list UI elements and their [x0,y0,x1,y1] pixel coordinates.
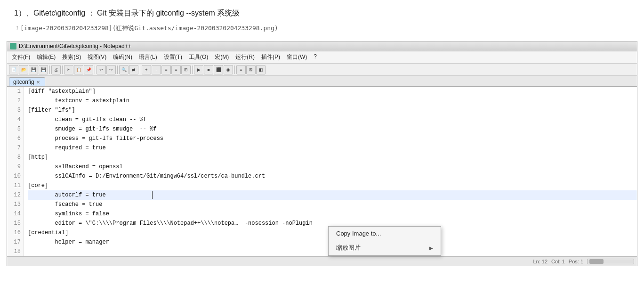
line-number-16: 16 [10,228,21,237]
line-number-1: 1 [10,87,21,96]
horizontal-scrollbar[interactable] [587,259,634,264]
toolbar-b3[interactable]: ⊞ [181,65,191,74]
code-line-10[interactable]: sslCAInfo = D:/Environment/Git/mingw64/s… [28,172,637,181]
npp-toolbar: 📄 📂 💾 💾 🖨 ✂ 📋 📌 ↩ ↪ 🔍 ⇄ + - ≡ ≡ ⊞ ▶ ■ ⬛ … [7,64,637,76]
toolbar-cut[interactable]: ✂ [64,65,73,74]
menu-macro[interactable]: 宏(M) [212,52,232,62]
line-number-17: 17 [10,237,21,247]
toolbar-copy[interactable]: 📋 [74,65,83,74]
toolbar-b9[interactable]: ⊠ [246,65,256,74]
toolbar-sep1 [49,65,50,74]
window-title: D:\Environment\Git\etc\gitconfig - Notep… [19,43,131,49]
menu-lang[interactable]: 语言(L) [136,52,160,62]
code-line-12[interactable]: autocrlf = true [28,190,637,200]
toolbar-sep2 [62,65,63,74]
line-number-13: 13 [10,200,21,209]
code-line-1[interactable]: [diff "astextplain"] [28,87,637,96]
line-number-3: 3 [10,106,21,115]
toolbar-redo[interactable]: ↪ [106,65,116,74]
line-number-5: 5 [10,124,21,134]
line-number-15: 15 [10,219,21,228]
line-number-12: 12 [10,190,21,200]
line-number-7: 7 [10,143,21,153]
toolbar-open[interactable]: 📂 [19,65,28,74]
menu-search[interactable]: 搜索(S) [59,52,84,62]
code-line-6[interactable]: process = git-lfs filter-process [28,134,637,143]
menu-plugin[interactable]: 插件(P) [258,52,283,62]
context-menu: Copy Image to... 缩放图片 ▶ [328,226,441,256]
line-number-14: 14 [10,209,21,219]
code-line-2[interactable]: textconv = astextplain [28,96,637,106]
menu-encode[interactable]: 编码(N) [110,52,135,62]
menu-settings[interactable]: 设置(T) [161,52,185,62]
toolbar-sep3 [95,65,95,74]
toolbar-save[interactable]: 💾 [29,65,38,74]
menu-help[interactable]: ? [311,52,320,62]
menu-run[interactable]: 运行(R) [233,52,258,62]
toolbar-print[interactable]: 🖨 [51,65,61,74]
context-menu-copy-image[interactable]: Copy Image to... [329,227,441,240]
menu-edit[interactable]: 编辑(E) [34,52,58,62]
line-number-6: 6 [10,134,21,143]
toolbar-find[interactable]: 🔍 [119,65,129,74]
toolbar-b4[interactable]: ▶ [194,65,203,74]
code-line-11[interactable]: [core] [28,181,637,190]
toolbar-b1[interactable]: ≡ [161,65,171,74]
toolbar-sep5 [140,65,140,74]
toolbar-zoomout[interactable]: - [152,65,161,74]
code-line-5[interactable]: smudge = git-lfs smudge -- %f [28,124,637,134]
tab-gitconfig[interactable]: gitconfig ✕ [9,77,45,86]
toolbar-b7[interactable]: ◉ [224,65,233,74]
app-icon [10,43,16,49]
toolbar-new[interactable]: 📄 [9,65,18,74]
npp-statusbar: Ln: 12 Col: 1 Pos: 1 [7,256,637,266]
submenu-arrow-icon: ▶ [429,245,433,251]
code-line-7[interactable]: required = true [28,143,637,153]
toolbar-saveall[interactable]: 💾 [39,65,48,74]
toolbar-undo[interactable]: ↩ [97,65,106,74]
toolbar-sep6 [192,65,193,74]
code-line-9[interactable]: sslBackend = openssl [28,162,637,172]
tab-gitconfig-label: gitconfig [13,79,34,85]
menu-window[interactable]: 窗口(W) [284,52,310,62]
code-line-3[interactable]: [filter "lfs"] [28,106,637,115]
status-line: Ln: 12 [533,259,547,264]
code-line-4[interactable]: clean = git-lfs clean -- %f [28,115,637,124]
line-number-8: 8 [10,153,21,162]
toolbar-sep4 [117,65,118,74]
line-number-4: 4 [10,115,21,124]
doc-line2: ！[image-20200320204233298](狂神说Git.assets… [14,24,630,33]
line-number-2: 2 [10,96,21,106]
line-number-11: 11 [10,181,21,190]
toolbar-b10[interactable]: ◧ [256,65,266,74]
toolbar-b6[interactable]: ⬛ [214,65,223,74]
npp-window: D:\Environment\Git\etc\gitconfig - Notep… [7,41,637,266]
menu-tools[interactable]: 工具(O) [186,52,211,62]
code-line-14[interactable]: symlinks = false [28,209,637,219]
menu-view[interactable]: 视图(V) [85,52,109,62]
toolbar-zoomin[interactable]: + [142,65,151,74]
status-pos: Pos: 1 [569,259,583,264]
line-number-9: 9 [10,162,21,172]
toolbar-paste[interactable]: 📌 [84,65,93,74]
context-menu-zoom-label: 缩放图片 [336,244,361,252]
npp-editor[interactable]: 123456789101112131415161718 [diff "astex… [7,87,637,256]
npp-titlebar: D:\Environment\Git\etc\gitconfig - Notep… [7,41,637,51]
line-number-18: 18 [10,247,21,256]
context-menu-copy-image-label: Copy Image to... [336,230,381,237]
toolbar-replace[interactable]: ⇄ [129,65,138,74]
status-col: Col: 1 [551,259,565,264]
tab-close-icon[interactable]: ✕ [36,80,40,85]
toolbar-b2[interactable]: ≡ [171,65,181,74]
doc-area: 1）、Git\etc\gitconfig ： Git 安装目录下的 gitcon… [0,0,644,41]
menu-file[interactable]: 文件(F) [9,52,33,62]
code-line-8[interactable]: [http] [28,153,637,162]
context-menu-zoom[interactable]: 缩放图片 ▶ [329,240,441,255]
line-number-10: 10 [10,172,21,181]
toolbar-b8[interactable]: ≡ [236,65,246,74]
toolbar-b5[interactable]: ■ [204,65,213,74]
code-line-13[interactable]: fscache = true [28,200,637,209]
doc-line1: 1）、Git\etc\gitconfig ： Git 安装目录下的 gitcon… [14,8,630,18]
npp-menubar: 文件(F) 编辑(E) 搜索(S) 视图(V) 编码(N) 语言(L) 设置(T… [7,51,637,64]
scrollbar-thumb [589,259,604,264]
